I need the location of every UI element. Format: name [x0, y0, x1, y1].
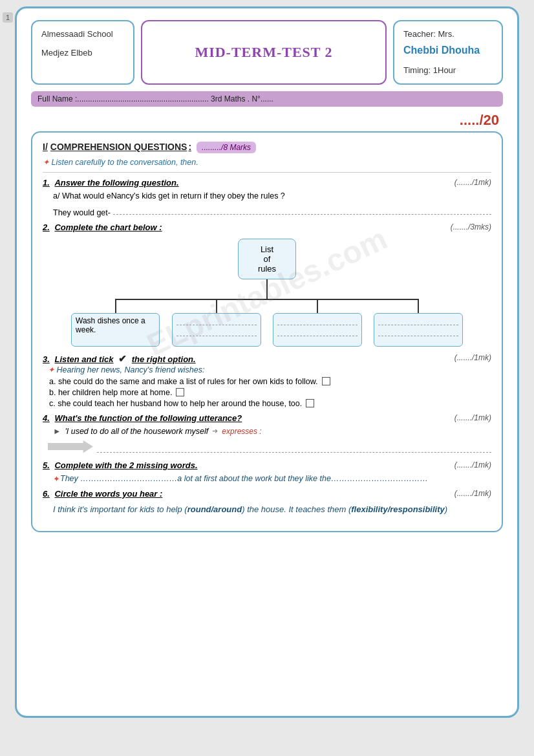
- teacher-box: Teacher: Mrs. Chebbi Dhouha Timing: 1Hou…: [393, 20, 503, 85]
- q6-text-after: ): [445, 504, 447, 514]
- q3-row: 3. Listen and tick ✔ the right option. (…: [43, 353, 491, 365]
- q2-row: 2. Complete the chart below : (......./3…: [43, 222, 491, 232]
- q6-label: Circle the words you hear :: [54, 489, 162, 499]
- q6-row: 6. Circle the words you hear : (......./…: [43, 489, 491, 499]
- question-2: 2. Complete the chart below : (......./3…: [43, 222, 491, 347]
- tree-diagram: List of rules Wash dishes once a week.: [43, 239, 491, 347]
- fullname-label: Full Name :.............................…: [37, 94, 209, 103]
- branch-line-4a: [378, 316, 458, 325]
- question-5: 5. Complete with the 2 missing words. (.…: [43, 460, 491, 484]
- q4-arrow-label: expresses :: [222, 427, 261, 436]
- timing: Timing: 1Hour: [403, 63, 493, 78]
- q5-marks: (......./1mk): [454, 460, 491, 470]
- q2-marks: (......./3mks): [451, 222, 491, 232]
- q4-row: 4. What's the function of the following …: [43, 413, 491, 423]
- q1-marks: (......./1mk): [454, 178, 491, 187]
- score-area: ...../20: [31, 112, 503, 129]
- q4-quote-row: ► 'I used to do all of the housework mys…: [53, 427, 491, 436]
- q4-answer-row: [48, 438, 491, 455]
- q6-choice1: round/around: [187, 504, 242, 514]
- q5-text-row: They ………………………………a lot at first about th…: [53, 474, 491, 484]
- q4-answer-line: [97, 441, 491, 453]
- exam-title: MID-TERM-TEST 2: [195, 44, 332, 61]
- q3-options: a. she could do the same and make a list…: [49, 377, 491, 408]
- q1-label: Answer the following question.: [54, 178, 178, 188]
- teacher-label: Teacher: Mrs.: [403, 27, 493, 41]
- q1-row: 1. Answer the following question. (.....…: [43, 178, 491, 188]
- branch-2: [172, 299, 261, 347]
- tree-root: List of rules: [238, 239, 296, 279]
- q4-quote: 'I used to do all of the housework mysel…: [65, 427, 208, 436]
- q5-label: Complete with the 2 missing words.: [54, 460, 197, 470]
- checkbox-b[interactable]: [176, 388, 184, 396]
- teacher-name: Chebbi Dhouha: [403, 41, 493, 60]
- q6-text-before: I think it's important for kids to help …: [53, 504, 187, 514]
- branch-vline-2: [216, 299, 217, 313]
- q6-choice2: flexibility/responsibility: [351, 504, 444, 514]
- class-label: 3rd Maths . N°......: [211, 94, 273, 103]
- fullname-bar: Full Name :.............................…: [31, 91, 503, 107]
- question-6: 6. Circle the words you hear : (......./…: [43, 489, 491, 517]
- branch-text-1: Wash dishes once a week.: [76, 316, 155, 334]
- q3-label: Listen and tick: [54, 354, 113, 364]
- school-name: Almessaadi School: [41, 27, 124, 41]
- branch-vline-3: [317, 299, 318, 313]
- score-text: ...../20: [460, 112, 499, 129]
- section1-marks: ........./8 Marks: [197, 142, 256, 153]
- branch-box-1: Wash dishes once a week.: [71, 313, 160, 347]
- arrow-shape: [48, 440, 93, 454]
- tree-connector-top: [266, 279, 268, 299]
- section1-number: I/: [43, 142, 48, 152]
- section1-colon: :: [188, 142, 191, 152]
- branch-line-3b: [277, 327, 357, 336]
- branch-line-2b: [176, 327, 256, 336]
- branch-3: [273, 299, 361, 347]
- q6-number: 6.: [43, 489, 50, 499]
- header: Almessaadi School Medjez Elbeb MID-TERM-…: [31, 20, 503, 85]
- q3-instruction: Hearing her news, Nancy's friend wishes:: [48, 365, 491, 374]
- option-c: c. she could teach her husband how to he…: [49, 399, 491, 408]
- page: 1 ELprintables.com Almessaadi School Med…: [15, 6, 519, 718]
- q1-number: 1.: [43, 178, 50, 188]
- branch-box-2: [172, 313, 261, 347]
- q5-instruction: [53, 474, 60, 484]
- option-b: b. her children help more at home.: [49, 388, 491, 397]
- question-4: 4. What's the function of the following …: [43, 413, 491, 455]
- q2-label: Complete the chart below :: [54, 222, 162, 232]
- q4-number: 4.: [43, 413, 50, 423]
- section1-title: COMPREHENSION QUESTIONS: [50, 142, 187, 152]
- branch-line-4b: [378, 327, 458, 336]
- q6-text: I think it's important for kids to help …: [53, 502, 491, 517]
- question-1: 1. Answer the following question. (.....…: [43, 178, 491, 217]
- option-c-text: c. she could teach her husband how to he…: [49, 399, 302, 408]
- branch-box-3: [273, 313, 361, 347]
- checkbox-a[interactable]: [322, 377, 330, 385]
- q1-text: a/ What would eNancy's kids get in retur…: [53, 191, 491, 200]
- school-box: Almessaadi School Medjez Elbeb: [31, 20, 134, 85]
- option-a-text: a. she could do the same and make a list…: [49, 377, 318, 386]
- q4-marks: (......./1mk): [454, 413, 491, 422]
- q3-label2: the right option.: [132, 354, 196, 364]
- branch-line-2a: [176, 316, 256, 325]
- tree-branches: Wash dishes once a week.: [65, 299, 469, 347]
- section1-instruction: Listen carefully to the conversation, th…: [43, 157, 491, 167]
- page-number: 1: [3, 12, 13, 23]
- tick-symbol: ✔: [118, 353, 127, 364]
- q1-answer: They would get-: [53, 202, 491, 217]
- main-content-box: I/ COMPREHENSION QUESTIONS : ........./8…: [31, 131, 503, 532]
- branch-1: Wash dishes once a week.: [71, 299, 160, 347]
- q6-text-mid: ) the house. It teaches them (: [242, 504, 351, 514]
- q6-marks: (......./1mk): [454, 489, 491, 498]
- q5-number: 5.: [43, 460, 50, 470]
- branch-vline-4: [418, 299, 419, 313]
- branch-4: [374, 299, 462, 347]
- checkbox-c[interactable]: [306, 399, 314, 407]
- title-box: MID-TERM-TEST 2: [141, 20, 387, 85]
- q5-text: They ………………………………a lot at first about th…: [60, 474, 428, 483]
- branch-box-4: [374, 313, 462, 347]
- q3-marks: (......./1mk): [454, 353, 491, 362]
- q4-label: What's the function of the following utt…: [54, 413, 242, 423]
- q2-number: 2.: [43, 222, 50, 232]
- q5-row: 5. Complete with the 2 missing words. (.…: [43, 460, 491, 470]
- option-a: a. she could do the same and make a list…: [49, 377, 491, 386]
